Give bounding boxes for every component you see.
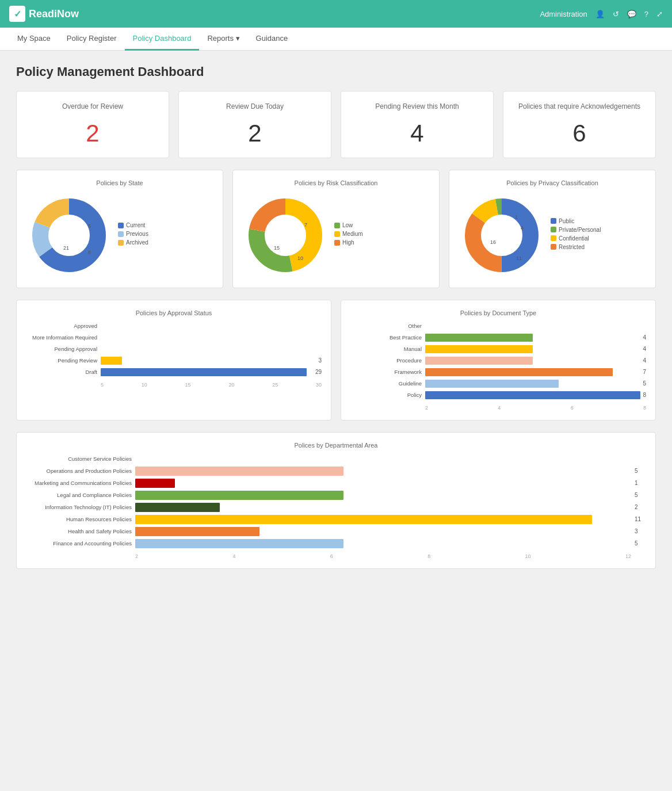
- dept-axis: 24681012: [135, 551, 646, 559]
- bar-pending-approval: Pending Approval: [26, 345, 322, 353]
- chart-privacy-legend: Public Private/Personal Confidential Res…: [551, 218, 601, 253]
- logo-icon: ✓: [9, 6, 25, 22]
- card-review-today-value: 2: [188, 120, 322, 147]
- svg-text:5: 5: [88, 223, 91, 229]
- bar-guideline: Guideline 5: [350, 380, 646, 388]
- chart-approval-title: Policies by Approval Status: [26, 309, 322, 316]
- bar-framework: Framework 7: [350, 368, 646, 376]
- svg-text:10: 10: [297, 255, 303, 261]
- bar-policy: Policy 8: [350, 391, 646, 399]
- svg-text:21: 21: [63, 245, 69, 251]
- help-icon[interactable]: ?: [644, 10, 648, 18]
- card-review-today-title: Review Due Today: [188, 102, 322, 112]
- dept-bar-finance: Finance and Accounting Policies 5: [26, 539, 646, 548]
- chart-privacy: Policies by Privacy Classification 16 11…: [449, 170, 656, 288]
- logo: ✓ ReadiNow: [9, 6, 79, 22]
- bar-manual: Manual 4: [350, 345, 646, 353]
- chart-approval-bars: Approved More Information Required Pendi…: [26, 322, 322, 388]
- bar-other: Other: [350, 322, 646, 330]
- chart-privacy-title: Policies by Privacy Classification: [459, 179, 646, 186]
- history-icon[interactable]: ↺: [613, 10, 619, 18]
- bar-charts-row: Policies by Approval Status Approved Mor…: [16, 300, 656, 421]
- bar-draft: Draft 29: [26, 368, 322, 376]
- dept-bar-hr: Human Resources Policies 11: [26, 515, 646, 524]
- chart-dept-bars: Customer Service Policies Operations and…: [26, 454, 646, 559]
- nav-guidance[interactable]: Guidance: [248, 28, 296, 51]
- chart-risk-svg: 15 10 7: [242, 192, 329, 278]
- nav: My Space Policy Register Policy Dashboar…: [0, 28, 672, 51]
- chart-risk-title: Policies by Risk Classification: [242, 179, 430, 186]
- card-overdue: Overdue for Review 2: [16, 91, 169, 158]
- svg-point-10: [265, 215, 306, 255]
- chart-doctype: Policies by Document Type Other Best Pra…: [341, 300, 656, 421]
- dept-bar-health: Health and Safety Policies 3: [26, 527, 646, 536]
- nav-my-space[interactable]: My Space: [9, 28, 59, 51]
- card-pending-review-title: Pending Review this Month: [350, 102, 484, 112]
- donut-charts-row: Policies by State 21 5 6 Current Previou…: [16, 170, 656, 288]
- dept-bar-marketing: Marketing and Communications Policies 1: [26, 479, 646, 488]
- card-overdue-value: 2: [26, 120, 159, 147]
- svg-text:11: 11: [516, 255, 522, 261]
- dept-bar-customer: Customer Service Policies: [26, 454, 646, 464]
- dept-bar-operations: Operations and Production Policies 5: [26, 467, 646, 476]
- nav-policy-register[interactable]: Policy Register: [59, 28, 125, 51]
- svg-text:4: 4: [521, 225, 524, 231]
- chart-state-svg: 21 5 6: [26, 192, 112, 278]
- card-review-today: Review Due Today 2: [178, 91, 331, 158]
- bar-best-practice: Best Practice 4: [350, 334, 646, 342]
- chart-dept: Polices by Departmental Area Customer Se…: [16, 432, 656, 569]
- card-acknowledgements: Policies that require Acknowledgements 6: [503, 91, 656, 158]
- bar-more-info: More Information Required: [26, 334, 322, 342]
- chart-state-title: Policies by State: [26, 179, 213, 186]
- dept-bar-legal: Legal and Compliance Policies 5: [26, 491, 646, 500]
- chart-approval: Policies by Approval Status Approved Mor…: [16, 300, 331, 421]
- chart-dept-title: Polices by Departmental Area: [26, 442, 646, 449]
- chart-state-content: 21 5 6 Current Previous Archived: [26, 192, 213, 278]
- chart-privacy-content: 16 11 4 1 Public Private/Personal Confid…: [459, 192, 646, 278]
- summary-cards: Overdue for Review 2 Review Due Today 2 …: [16, 91, 656, 158]
- header: ✓ ReadiNow Administration 👤 ↺ 💬 ? ⤢: [0, 0, 672, 28]
- svg-text:16: 16: [490, 239, 496, 245]
- svg-text:6: 6: [88, 250, 91, 255]
- nav-reports[interactable]: Reports ▾: [199, 28, 247, 51]
- dept-bar-it: Information Technology (IT) Policies 2: [26, 503, 646, 512]
- chart-policies-by-state: Policies by State 21 5 6 Current Previou…: [16, 170, 223, 288]
- logo-text: ReadiNow: [29, 8, 79, 20]
- chart-risk: Policies by Risk Classification 15 10 7 …: [232, 170, 440, 288]
- chart-risk-legend: Low Medium High: [334, 222, 363, 248]
- card-acknowledgements-title: Policies that require Acknowledgements: [513, 102, 646, 112]
- chart-doctype-bars: Other Best Practice 4 Manual 4 Procedure: [350, 322, 646, 411]
- chat-icon[interactable]: 💬: [627, 10, 636, 18]
- approval-axis: 51015202530: [101, 380, 322, 388]
- chart-privacy-svg: 16 11 4 1: [459, 192, 545, 278]
- main-content: Policy Management Dashboard Overdue for …: [0, 51, 672, 791]
- admin-label[interactable]: Administration: [540, 10, 587, 18]
- nav-policy-dashboard[interactable]: Policy Dashboard: [125, 28, 200, 51]
- card-pending-review: Pending Review this Month 4: [341, 91, 494, 158]
- bar-pending-review: Pending Review 3: [26, 357, 322, 365]
- card-pending-review-value: 4: [350, 120, 484, 147]
- svg-text:7: 7: [304, 222, 307, 228]
- bar-approved: Approved: [26, 322, 322, 330]
- card-overdue-title: Overdue for Review: [26, 102, 159, 112]
- svg-point-18: [482, 215, 522, 255]
- expand-icon[interactable]: ⤢: [656, 10, 663, 18]
- person-icon[interactable]: 👤: [595, 10, 605, 18]
- chart-risk-content: 15 10 7 Low Medium High: [242, 192, 430, 278]
- header-right: Administration 👤 ↺ 💬 ? ⤢: [540, 10, 663, 18]
- svg-text:1: 1: [515, 214, 518, 220]
- card-acknowledgements-value: 6: [513, 120, 646, 147]
- chart-state-legend: Current Previous Archived: [118, 222, 148, 248]
- doctype-axis: 2468: [425, 403, 646, 411]
- chart-doctype-title: Policies by Document Type: [350, 309, 646, 316]
- page-title: Policy Management Dashboard: [16, 64, 656, 79]
- bar-procedure: Procedure 4: [350, 357, 646, 365]
- svg-text:15: 15: [274, 245, 280, 251]
